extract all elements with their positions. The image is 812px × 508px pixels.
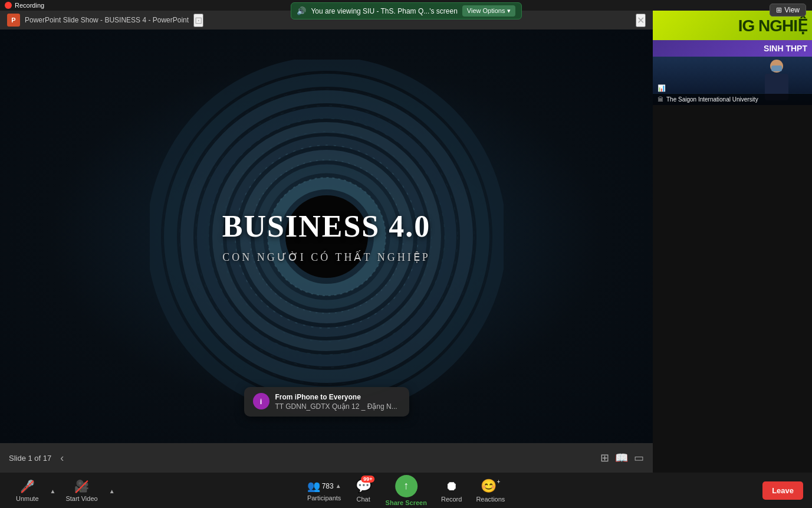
chat-avatar: i bbox=[253, 393, 269, 409]
record-icon: ⏺ bbox=[445, 478, 458, 494]
audio-icon: 🔊 bbox=[297, 6, 306, 15]
slide-text-overlay: BUSINESS 4.0 CON NGƯỜI CÓ THẤT NGHIỆP bbox=[222, 209, 430, 264]
sinh-thpt-text: SINH THPT bbox=[764, 44, 807, 53]
presenter-name: The Saigon International University bbox=[666, 96, 758, 103]
ppt-minimize-button[interactable]: ⊡ bbox=[193, 14, 203, 27]
ppt-close-button[interactable]: ✕ bbox=[636, 14, 646, 27]
share-screen-icon: ↑ bbox=[403, 480, 409, 492]
video-chevron-icon[interactable]: ▲ bbox=[109, 488, 115, 494]
recording-indicator: Recording bbox=[5, 2, 44, 9]
slide-main-title: BUSINESS 4.0 bbox=[222, 209, 430, 244]
slide-container: P PowerPoint Slide Show - BUSINESS 4 - P… bbox=[0, 11, 653, 473]
ppt-logo: P bbox=[7, 14, 20, 27]
reactions-button[interactable]: 😊+ Reactions bbox=[469, 476, 512, 506]
start-video-button[interactable]: 🎥 Start Video bbox=[58, 476, 104, 505]
chat-notification: i From iPhone to Everyone TT GDNN_GDTX Q… bbox=[244, 387, 409, 417]
camera-icon: 🎥 bbox=[74, 479, 89, 493]
view-options-button[interactable]: View Options ▾ bbox=[462, 5, 515, 17]
chat-label: Chat bbox=[356, 496, 370, 503]
camera-feed: IG NGHIỆ SINH THPT bbox=[653, 11, 812, 105]
banner-nghiep-text: IG NGHIỆ bbox=[738, 16, 807, 35]
chat-unread-badge: 99+ bbox=[361, 476, 374, 483]
presenter-background: IG NGHIỆ SINH THPT bbox=[653, 11, 812, 105]
participants-icon: 👥 bbox=[307, 480, 320, 493]
presenter-icon: 🏛 bbox=[658, 96, 663, 103]
right-panel: IG NGHIỆ SINH THPT bbox=[653, 11, 812, 473]
bottom-toolbar: 🎤 Unmute ▲ 🎥 Start Video ▲ 👥 783 ▲ Parti… bbox=[0, 473, 812, 508]
share-screen-label: Share Screen bbox=[386, 499, 427, 506]
slide-view-icons: ⊞ 📖 ▭ bbox=[600, 451, 644, 464]
unmute-label: Unmute bbox=[16, 495, 39, 502]
view-icon: ⊞ bbox=[776, 6, 782, 14]
slide-subtitle: CON NGƯỜI CÓ THẤT NGHIỆP bbox=[222, 251, 430, 264]
slide-present-icon[interactable]: ▭ bbox=[634, 451, 644, 464]
recording-label: Recording bbox=[15, 2, 44, 9]
microphone-icon: 🎤 bbox=[20, 479, 35, 493]
ppt-title-text: PowerPoint Slide Show - BUSINESS 4 - Pow… bbox=[25, 16, 189, 24]
reactions-icon: 😊+ bbox=[481, 478, 500, 494]
participants-icon-wrap: 👥 783 ▲ bbox=[307, 480, 341, 493]
participants-button[interactable]: 👥 783 ▲ Participants bbox=[300, 477, 349, 504]
slide-book-icon[interactable]: 📖 bbox=[615, 451, 628, 464]
presenter-area bbox=[653, 57, 812, 93]
toolbar-right: Leave bbox=[762, 481, 803, 500]
unmute-button[interactable]: 🎤 Unmute bbox=[9, 476, 46, 505]
reactions-label: Reactions bbox=[476, 496, 505, 503]
stats-bars-icon: 📊 bbox=[658, 84, 666, 92]
banner-text: You are viewing SIU - ThS. Pham Q...'s s… bbox=[311, 7, 457, 15]
chat-message: TT GDNN_GDTX Quận 12 _ Đặng N... bbox=[275, 402, 400, 411]
participants-chevron-icon: ▲ bbox=[336, 483, 341, 489]
toolbar-left: 🎤 Unmute ▲ 🎥 Start Video ▲ bbox=[9, 476, 115, 505]
chat-from: From iPhone to Everyone bbox=[275, 393, 400, 401]
share-screen-button[interactable]: ↑ Share Screen bbox=[379, 472, 434, 509]
share-screen-circle: ↑ bbox=[395, 475, 417, 497]
start-video-label: Start Video bbox=[65, 495, 97, 502]
slide-prev-button[interactable]: ‹ bbox=[60, 452, 64, 464]
main-area: P PowerPoint Slide Show - BUSINESS 4 - P… bbox=[0, 11, 812, 473]
slide-bottom-bar: Slide 1 of 17 ‹ i From iPhone to Everyon… bbox=[0, 443, 653, 473]
secondary-banner: SINH THPT bbox=[653, 40, 812, 57]
slide-number: Slide 1 of 17 bbox=[9, 454, 51, 463]
record-label: Record bbox=[441, 496, 462, 503]
toolbar-center: 👥 783 ▲ Participants 99+ 💬 Chat ↑ Share … bbox=[300, 472, 512, 509]
leave-button[interactable]: Leave bbox=[762, 481, 803, 500]
participants-count: 783 bbox=[322, 482, 334, 490]
slide-content: BUSINESS 4.0 CON NGƯỜI CÓ THẤT NGHIỆP bbox=[0, 30, 653, 443]
view-button[interactable]: ⊞ View bbox=[770, 4, 806, 17]
record-button[interactable]: ⏺ Record bbox=[434, 476, 469, 506]
slide-grid-icon[interactable]: ⊞ bbox=[600, 451, 609, 464]
chat-button[interactable]: 99+ 💬 Chat bbox=[349, 476, 379, 506]
slide-display: BUSINESS 4.0 CON NGƯỜI CÓ THẤT NGHIỆP bbox=[0, 30, 653, 443]
screen-share-banner: 🔊 You are viewing SIU - ThS. Pham Q...'s… bbox=[290, 2, 521, 19]
participants-label: Participants bbox=[307, 494, 341, 502]
presenter-label: 🏛 The Saigon International University bbox=[653, 94, 812, 105]
chat-content: From iPhone to Everyone TT GDNN_GDTX Quậ… bbox=[275, 393, 400, 411]
recording-dot bbox=[5, 2, 12, 9]
unmute-chevron-icon[interactable]: ▲ bbox=[50, 488, 56, 494]
